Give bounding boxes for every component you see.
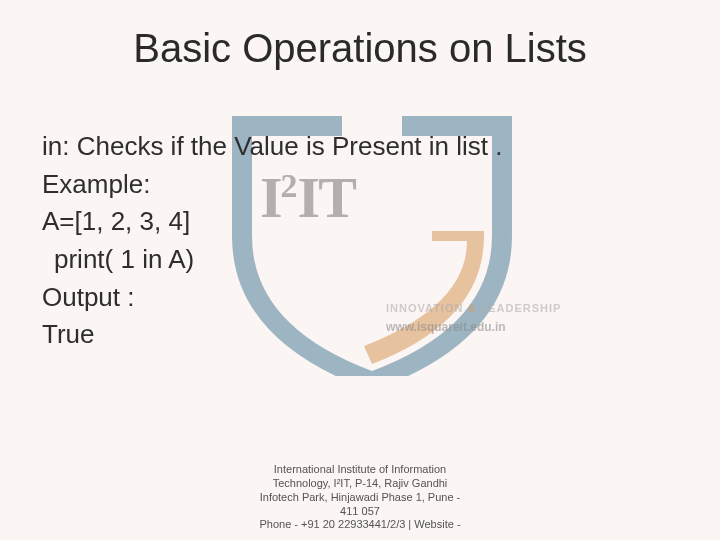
slide-body: in: Checks if the Value is Present in li… — [42, 128, 503, 354]
footer-text: International Institute of Information T… — [0, 463, 720, 532]
footer-line: International Institute of Information — [220, 463, 500, 477]
slide-title: Basic Operations on Lists — [0, 0, 720, 71]
body-line: Example: — [42, 166, 503, 204]
body-line: in: Checks if the Value is Present in li… — [42, 128, 503, 166]
body-line: True — [42, 316, 503, 354]
body-line: Output : — [42, 279, 503, 317]
footer-line: Technology, I²IT, P-14, Rajiv Gandhi — [220, 477, 500, 491]
footer-line: Phone - +91 20 22933441/2/3 | Website - — [220, 518, 500, 532]
body-line: A=[1, 2, 3, 4] — [42, 203, 503, 241]
footer-line: 411 057 — [220, 505, 500, 519]
footer-line: Infotech Park, Hinjawadi Phase 1, Pune - — [220, 491, 500, 505]
body-line: print( 1 in A) — [42, 241, 503, 279]
